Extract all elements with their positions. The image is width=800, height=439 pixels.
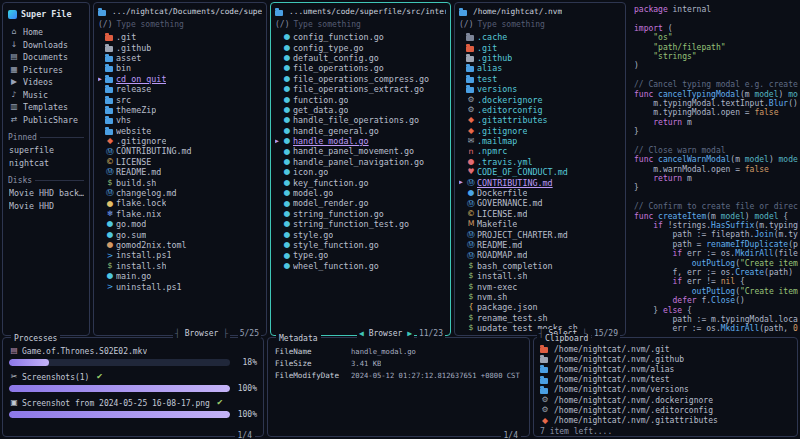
panel-path[interactable]: /home/nightcat/.nvm bbox=[459, 5, 621, 18]
file-row[interactable]: ⓂPROJECT_CHARTER.md bbox=[459, 229, 621, 239]
file-row[interactable]: website bbox=[98, 126, 262, 136]
file-row[interactable]: $install.sh bbox=[459, 271, 621, 281]
file-row[interactable]: ●go.mod bbox=[98, 219, 262, 229]
file-row[interactable]: ●handle_general.go bbox=[275, 126, 446, 136]
disk-item-movie-hhd-backu-[interactable]: Movie HHD backu... bbox=[8, 187, 84, 200]
file-row[interactable]: ©LICENSE.md bbox=[459, 209, 621, 219]
file-row[interactable]: MMakefile bbox=[459, 219, 621, 229]
file-row[interactable]: ▶●handle_modal.go bbox=[275, 136, 446, 146]
sidebar-item-videos[interactable]: ▶Videos bbox=[8, 76, 84, 89]
sidebar-item-documents[interactable]: ▤Documents bbox=[8, 51, 84, 64]
clipboard-item[interactable]: ⚙/home/nightcat/.nvm/.dockerignore bbox=[540, 395, 791, 405]
file-row[interactable]: $bash_completion bbox=[459, 261, 621, 271]
disk-item-movie-hhd[interactable]: Movie HHD bbox=[8, 200, 84, 213]
search-input[interactable]: (/) Type something bbox=[275, 18, 446, 30]
sidebar-item-music[interactable]: ♪Music bbox=[8, 89, 84, 102]
file-row[interactable]: ✉.mailmap bbox=[459, 136, 621, 146]
file-row[interactable]: ●type.go bbox=[275, 250, 446, 260]
file-row[interactable]: ⚙.editorconfig bbox=[459, 105, 621, 115]
file-row[interactable]: .git bbox=[459, 42, 621, 52]
file-row[interactable]: ⓂROADMAP.md bbox=[459, 250, 621, 260]
file-row[interactable]: ●config_type.go bbox=[275, 42, 446, 52]
file-row[interactable]: ●Dockerfile bbox=[459, 188, 621, 198]
file-row[interactable]: ◆.gitignore bbox=[98, 136, 262, 146]
file-row[interactable]: .git bbox=[98, 32, 262, 42]
file-row[interactable]: >install.ps1 bbox=[98, 250, 262, 260]
file-row[interactable]: ●icon.go bbox=[275, 167, 446, 177]
file-row[interactable]: ©LICENSE bbox=[98, 157, 262, 167]
file-row[interactable]: src bbox=[98, 94, 262, 104]
file-row[interactable]: ⓂREADME.md bbox=[98, 167, 262, 177]
file-row[interactable]: ⓂREADME.md bbox=[459, 240, 621, 250]
file-row[interactable]: ●wheel_function.go bbox=[275, 261, 446, 271]
file-row[interactable]: >uninstall.ps1 bbox=[98, 281, 262, 291]
file-row[interactable]: .github bbox=[459, 53, 621, 63]
file-row[interactable]: ●file_operations.go bbox=[275, 63, 446, 73]
file-row[interactable]: ▶cd_on_quit bbox=[98, 74, 262, 84]
file-row[interactable]: ●flake.lock bbox=[98, 198, 262, 208]
file-row[interactable]: $nvm-exec bbox=[459, 281, 621, 291]
file-row[interactable]: ⓂGOVERNANCE.md bbox=[459, 198, 621, 208]
file-row[interactable]: ❄flake.nix bbox=[98, 209, 262, 219]
file-row[interactable]: ◆.gitignore bbox=[459, 126, 621, 136]
process-item[interactable]: ✂Screenshots(1)✔100% bbox=[9, 372, 257, 393]
file-row[interactable]: n.npmrc bbox=[459, 146, 621, 156]
file-row[interactable]: asset bbox=[98, 53, 262, 63]
file-row[interactable]: alias bbox=[459, 63, 621, 73]
file-row[interactable]: ⚙.dockerignore bbox=[459, 94, 621, 104]
file-row[interactable]: ●main.go bbox=[98, 271, 262, 281]
file-row[interactable]: ●style_function.go bbox=[275, 240, 446, 250]
file-row[interactable]: ♥CODE_OF_CONDUCT.md bbox=[459, 167, 621, 177]
prev-panel-arrow-icon[interactable]: ◀ bbox=[359, 329, 364, 338]
clipboard-item[interactable]: ◆/home/nightcat/.nvm/.gitattributes bbox=[540, 415, 791, 425]
pinned-item-nightcat[interactable]: nightcat bbox=[8, 157, 84, 170]
file-row[interactable]: $build.sh bbox=[98, 177, 262, 187]
file-row[interactable]: ●get_data.go bbox=[275, 105, 446, 115]
clipboard-item[interactable]: /home/nightcat/.nvm/.github bbox=[540, 354, 791, 364]
search-input[interactable]: (/) Type something bbox=[459, 18, 621, 30]
file-row[interactable]: $rename_test.sh bbox=[459, 313, 621, 323]
file-row[interactable]: ●handle_file_operations.go bbox=[275, 115, 446, 125]
search-input[interactable]: (/) Type something bbox=[98, 18, 262, 30]
file-row[interactable]: $nvm.sh bbox=[459, 292, 621, 302]
file-row[interactable]: themeZip bbox=[98, 105, 262, 115]
file-row[interactable]: ●file_operations_compress.go bbox=[275, 74, 446, 84]
sidebar-item-home[interactable]: ⌂Home bbox=[8, 26, 84, 39]
file-row[interactable]: ●default_config.go bbox=[275, 53, 446, 63]
clipboard-item[interactable]: /home/nightcat/.nvm/alias bbox=[540, 364, 791, 374]
file-row[interactable]: versions bbox=[459, 84, 621, 94]
file-row[interactable]: ●style.go bbox=[275, 229, 446, 239]
file-row[interactable]: ▶ⓂCONTRIBUTING.md bbox=[459, 177, 621, 187]
clipboard-item[interactable]: /home/nightcat/.nvm/test bbox=[540, 375, 791, 385]
file-row[interactable]: $install.sh bbox=[98, 261, 262, 271]
file-row[interactable]: ●model_render.go bbox=[275, 198, 446, 208]
sidebar-item-downloads[interactable]: ↓Downloads bbox=[8, 39, 84, 52]
clipboard-item[interactable]: /home/nightcat/.nvm/.git bbox=[540, 344, 791, 354]
process-item[interactable]: ▤Game.of.Thrones.S02E02.mkv18% bbox=[9, 346, 257, 367]
file-row[interactable]: bin bbox=[98, 63, 262, 73]
sidebar-item-templates[interactable]: ▥Templates bbox=[8, 101, 84, 114]
file-row[interactable]: ●model.go bbox=[275, 188, 446, 198]
file-row[interactable]: ●go.sum bbox=[98, 229, 262, 239]
panel-path[interactable]: .../nightcat/Documents/code/superfile bbox=[98, 5, 262, 18]
file-row[interactable]: .cache bbox=[459, 32, 621, 42]
clipboard-item[interactable]: ⚙/home/nightcat/.nvm/.editorconfig bbox=[540, 405, 791, 415]
file-row[interactable]: Ⓜchangelog.md bbox=[98, 188, 262, 198]
next-panel-arrow-icon[interactable]: ▶ bbox=[407, 329, 412, 338]
file-row[interactable]: test bbox=[459, 74, 621, 84]
file-row[interactable]: .github bbox=[98, 42, 262, 52]
file-row[interactable]: ●string_function_test.go bbox=[275, 219, 446, 229]
file-row[interactable]: vhs bbox=[98, 115, 262, 125]
file-row[interactable]: ◆.gitattributes bbox=[459, 115, 621, 125]
file-row[interactable]: release bbox=[98, 84, 262, 94]
file-row[interactable]: ●config_function.go bbox=[275, 32, 446, 42]
file-row[interactable]: ●handle_panel_navigation.go bbox=[275, 157, 446, 167]
panel-path[interactable]: ...uments/code/superfile/src/internal bbox=[275, 5, 446, 18]
file-row[interactable]: ●handle_panel_movement.go bbox=[275, 146, 446, 156]
sidebar-item-pictures[interactable]: ▦Pictures bbox=[8, 64, 84, 77]
file-row[interactable]: ●key_function.go bbox=[275, 177, 446, 187]
sidebar-item-publicshare[interactable]: ⇄PublicShare bbox=[8, 114, 84, 127]
clipboard-item[interactable]: /home/nightcat/.nvm/versions bbox=[540, 385, 791, 395]
process-item[interactable]: ▣Screenshot from 2024-05-25 16-08-17.png… bbox=[9, 398, 257, 419]
file-row[interactable]: ●gomod2nix.toml bbox=[98, 240, 262, 250]
